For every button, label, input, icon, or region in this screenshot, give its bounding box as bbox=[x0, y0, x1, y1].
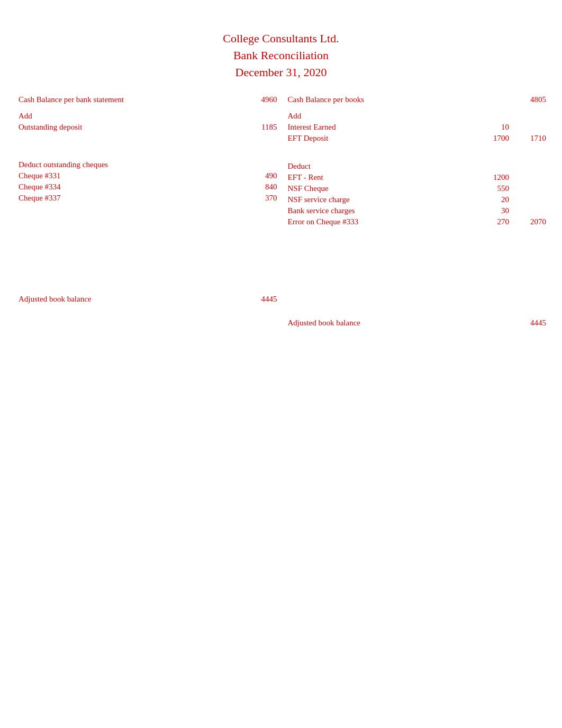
add-item-col1: 10 bbox=[477, 123, 509, 132]
cheque-label: Cheque #337 bbox=[19, 194, 246, 203]
add-item-col1: 1700 bbox=[477, 134, 509, 143]
deduct-item-label: NSF Cheque bbox=[288, 184, 478, 193]
outstanding-deposit-label: Outstanding deposit bbox=[19, 123, 246, 132]
deduct-item-col2: 2070 bbox=[514, 217, 546, 226]
cash-balance-books-row: Cash Balance per books 4805 bbox=[288, 95, 547, 104]
cheque-amount: 370 bbox=[246, 194, 277, 203]
cheque-row: Cheque #334 840 bbox=[19, 183, 277, 192]
cash-balance-bank-row: Cash Balance per bank statement 4960 bbox=[19, 95, 277, 104]
deduct-item-label: Bank service charges bbox=[288, 206, 478, 215]
deduct-item-row: Bank service charges 30 bbox=[288, 206, 547, 215]
cash-balance-books-label: Cash Balance per books bbox=[288, 95, 515, 104]
cash-balance-bank-amount: 4960 bbox=[246, 95, 277, 104]
adjusted-balance-right-amount: 4445 bbox=[514, 319, 546, 327]
deduct-outstanding-label: Deduct outstanding cheques bbox=[19, 160, 277, 169]
deduct-item-col1: 1200 bbox=[477, 173, 509, 182]
cheque-label: Cheque #334 bbox=[19, 183, 246, 192]
company-name: College Consultants Ltd. bbox=[11, 32, 551, 46]
report-date: December 31, 2020 bbox=[11, 66, 551, 79]
cheques-list: Cheque #331 490 Cheque #334 840 Cheque #… bbox=[19, 171, 277, 203]
add-items-list: Interest Earned 10 EFT Deposit 1700 1710 bbox=[288, 123, 547, 143]
deduct-item-row: NSF service charge 20 bbox=[288, 195, 547, 204]
deduct-item-col1: 30 bbox=[477, 206, 509, 215]
adjusted-balance-left-amount: 4445 bbox=[246, 295, 277, 304]
deduct-item-col1: 270 bbox=[477, 217, 509, 226]
cheque-label: Cheque #331 bbox=[19, 171, 246, 180]
adjusted-balance-left-label: Adjusted book balance bbox=[19, 295, 246, 304]
cheque-row: Cheque #331 490 bbox=[19, 171, 277, 180]
outstanding-deposit-row: Outstanding deposit 1185 bbox=[19, 123, 277, 132]
add-label-left: Add bbox=[19, 112, 277, 121]
deduct-item-row: Error on Cheque #333 270 2070 bbox=[288, 217, 547, 226]
add-item-row: Interest Earned 10 bbox=[288, 123, 547, 132]
add-item-row: EFT Deposit 1700 1710 bbox=[288, 134, 547, 143]
adjusted-balance-right-row: Adjusted book balance 4445 bbox=[288, 319, 547, 327]
cheque-amount: 840 bbox=[246, 183, 277, 192]
outstanding-deposit-amount: 1185 bbox=[246, 123, 277, 132]
cheque-amount: 490 bbox=[246, 171, 277, 180]
add-item-col2: 1710 bbox=[514, 134, 546, 143]
add-item-label: EFT Deposit bbox=[288, 134, 478, 143]
cheque-row: Cheque #337 370 bbox=[19, 194, 277, 203]
adjusted-balance-right-label: Adjusted book balance bbox=[288, 319, 515, 327]
add-label-right: Add bbox=[288, 112, 547, 121]
deduct-label-right: Deduct bbox=[288, 162, 547, 171]
left-column: Cash Balance per bank statement 4960 Add… bbox=[11, 95, 283, 327]
report-title: Bank Reconciliation bbox=[11, 49, 551, 62]
deduct-items-list: EFT - Rent 1200 NSF Cheque 550 NSF servi… bbox=[288, 173, 547, 226]
deduct-item-row: EFT - Rent 1200 bbox=[288, 173, 547, 182]
right-column: Cash Balance per books 4805 Add Interest… bbox=[283, 95, 552, 327]
deduct-item-label: EFT - Rent bbox=[288, 173, 478, 182]
deduct-item-col1: 20 bbox=[477, 195, 509, 204]
deduct-item-label: Error on Cheque #333 bbox=[288, 217, 478, 226]
deduct-item-row: NSF Cheque 550 bbox=[288, 184, 547, 193]
cash-balance-books-amount: 4805 bbox=[514, 95, 546, 104]
cash-balance-bank-label: Cash Balance per bank statement bbox=[19, 95, 246, 104]
deduct-item-col1: 550 bbox=[477, 184, 509, 193]
deduct-item-label: NSF service charge bbox=[288, 195, 478, 204]
adjusted-balance-left-row: Adjusted book balance 4445 bbox=[19, 295, 277, 304]
add-item-label: Interest Earned bbox=[288, 123, 478, 132]
